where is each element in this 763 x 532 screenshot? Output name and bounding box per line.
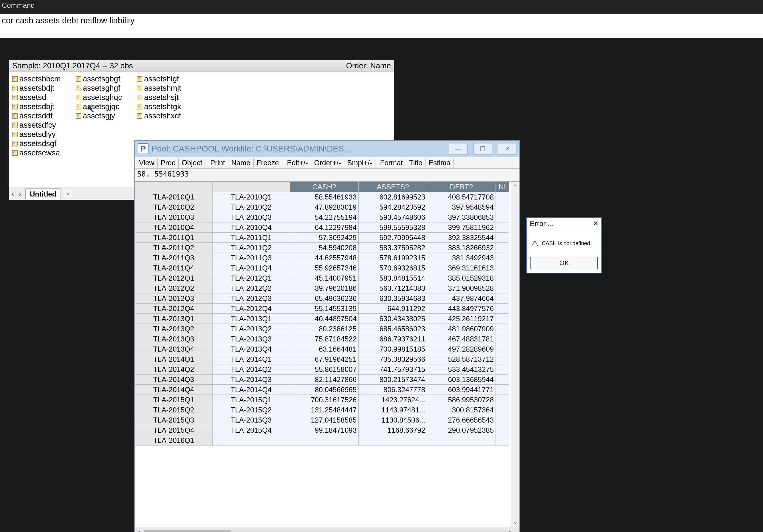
toolbar-title[interactable]: Title [406,158,425,168]
table-row[interactable]: TLA-2015Q4TLA-2015Q499.184710931168.6679… [135,425,509,435]
cell[interactable]: 700.99815185 [359,344,427,354]
cell[interactable]: TLA-2010Q1 [213,192,290,202]
vertical-scrollbar[interactable]: ⌃ ⌄ [511,182,519,527]
cell[interactable]: 55.92657346 [290,263,359,273]
cell[interactable] [496,243,509,253]
cell[interactable]: TLA-2011Q4 [213,263,290,273]
table-row[interactable]: TLA-2013Q3TLA-2013Q375.87184522686.79376… [135,334,509,344]
cell[interactable] [496,192,509,202]
window-close-button[interactable]: ✕ [498,143,516,155]
cell[interactable]: 563.71214383 [359,283,427,293]
cell[interactable]: 593.45748606 [359,212,427,222]
cell[interactable]: 570.69326815 [359,263,427,273]
cell[interactable]: 40.44897504 [290,314,359,324]
cell[interactable]: 425.26119217 [427,314,496,324]
variable-item[interactable]: assetsdfcy [12,121,61,130]
cell[interactable]: 80.2386125 [290,324,359,334]
row-header[interactable]: TLA-2012Q3 [135,293,213,304]
row-header[interactable]: TLA-2010Q4 [135,222,213,233]
cell[interactable]: TLA-2013Q3 [213,334,290,344]
row-header[interactable]: TLA-2014Q1 [135,354,213,365]
row-header[interactable]: TLA-2012Q4 [135,304,213,314]
cell[interactable] [496,415,509,425]
cell[interactable]: 700.31617526 [290,395,359,405]
cell[interactable]: TLA-2013Q1 [213,314,290,324]
variable-item[interactable]: assetshsjt [137,93,181,102]
row-header[interactable]: TLA-2012Q2 [135,283,213,293]
cell[interactable] [496,354,509,365]
cell[interactable]: 594.28423592 [359,202,427,212]
ok-button[interactable]: OK [530,257,598,269]
cell[interactable]: 80.04566965 [290,385,359,395]
cell[interactable]: 47.89283019 [290,202,359,212]
variable-item[interactable]: assetshlgf [137,74,181,83]
cell[interactable]: 592.70996448 [359,233,427,243]
row-header[interactable]: TLA-2011Q3 [135,253,213,263]
variable-item[interactable]: assetsewsa [12,148,61,158]
row-header[interactable]: TLA-2013Q4 [135,344,213,354]
column-header[interactable]: ASSETS? [359,182,427,192]
toolbar-edit-[interactable]: Edit+/- [284,158,311,168]
cell[interactable]: 599.55595328 [359,222,427,233]
cell[interactable] [496,334,509,344]
cell[interactable]: TLA-2014Q1 [213,354,290,365]
column-header[interactable] [135,182,213,192]
toolbar-proc[interactable]: Proc [158,158,178,168]
cell[interactable]: 399.75811962 [427,222,496,233]
cell[interactable]: 467.48831781 [427,334,496,344]
table-row[interactable]: TLA-2012Q3TLA-2012Q365.49636236630.35934… [135,293,509,304]
cell[interactable] [496,425,509,435]
cell[interactable] [496,435,509,446]
table-row[interactable]: TLA-2010Q1TLA-2010Q158.55461933602.81699… [135,192,509,202]
cell[interactable]: TLA-2010Q3 [213,212,290,222]
workfile-tab[interactable]: Untitled [25,188,61,199]
horizontal-scrollbar[interactable]: < > ⣀ [135,527,519,532]
cell[interactable] [496,385,509,395]
table-row[interactable]: TLA-2016Q1 [135,435,509,446]
cell[interactable]: 806.3247778 [359,385,427,395]
cell[interactable] [213,435,290,446]
cell[interactable] [496,324,509,334]
table-row[interactable]: TLA-2010Q2TLA-2010Q247.89283019594.28423… [135,202,509,212]
cell[interactable]: TLA-2014Q2 [213,365,290,374]
toolbar-view[interactable]: View [136,158,158,168]
variable-item[interactable]: assetsddf [12,111,61,121]
row-header[interactable]: TLA-2010Q3 [135,212,213,222]
cell[interactable]: 533.45413275 [427,365,496,374]
cell[interactable] [496,293,509,304]
cell[interactable]: TLA-2015Q2 [213,405,290,415]
table-row[interactable]: TLA-2011Q1TLA-2011Q157.3092429592.709964… [135,233,509,243]
table-row[interactable]: TLA-2011Q4TLA-2011Q455.92657346570.69326… [135,263,509,273]
cell[interactable]: 55.14553139 [290,304,359,314]
row-header[interactable]: TLA-2015Q1 [135,395,213,405]
data-grid[interactable]: CASH?ASSETS?DEBT?NITLA-2010Q1TLA-2010Q15… [135,182,519,527]
cell[interactable]: 127.04158585 [290,415,359,425]
row-header[interactable]: TLA-2015Q3 [135,415,213,425]
error-titlebar[interactable]: Error ... ✕ [527,218,601,230]
cell[interactable]: 630.35934683 [359,293,427,304]
cell[interactable] [496,253,509,263]
table-row[interactable]: TLA-2014Q3TLA-2014Q382.11427866800.21573… [135,374,509,385]
row-header[interactable]: TLA-2013Q1 [135,314,213,324]
column-header[interactable]: CASH? [290,182,359,192]
cell[interactable] [496,222,509,233]
table-row[interactable]: TLA-2013Q4TLA-2013Q463.1664481700.998151… [135,344,509,354]
cell[interactable] [427,435,496,446]
cell[interactable]: 300.8157364 [427,405,496,415]
cell[interactable]: 644.911292 [359,304,427,314]
cell[interactable]: 82.11427866 [290,374,359,385]
variable-item[interactable]: assetsdbjt [12,102,61,111]
row-header[interactable]: TLA-2014Q2 [135,365,213,374]
cell[interactable]: 58.55461933 [290,192,359,202]
variable-item[interactable]: assetsgjqc [76,102,122,111]
table-row[interactable]: TLA-2013Q2TLA-2013Q280.2386125685.465860… [135,324,509,334]
cell[interactable]: 397.33806853 [427,212,496,222]
cell[interactable]: TLA-2010Q2 [213,202,290,212]
cell[interactable]: TLA-2013Q4 [213,344,290,354]
cell[interactable]: 1143.97481... [359,405,427,415]
cell[interactable]: 290.07952385 [427,425,496,435]
cell[interactable] [496,233,509,243]
cell[interactable]: 735.38329566 [359,354,427,365]
cell[interactable]: 583.37595282 [359,243,427,253]
table-row[interactable]: TLA-2010Q3TLA-2010Q354.22755194593.45748… [135,212,509,222]
